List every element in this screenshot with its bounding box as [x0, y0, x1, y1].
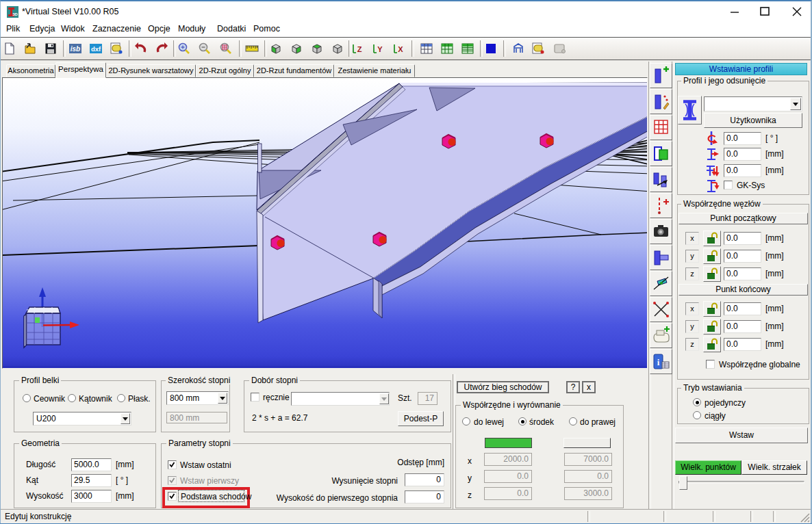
svg-text:Y: Y	[377, 45, 383, 53]
svg-text:isb: isb	[71, 45, 80, 53]
svg-text:3D: 3D	[12, 12, 18, 16]
svg-text:dxf: dxf	[91, 45, 101, 53]
svg-text:Z: Z	[357, 45, 362, 53]
svg-text:X: X	[398, 45, 403, 53]
svg-text:i: i	[657, 357, 660, 367]
